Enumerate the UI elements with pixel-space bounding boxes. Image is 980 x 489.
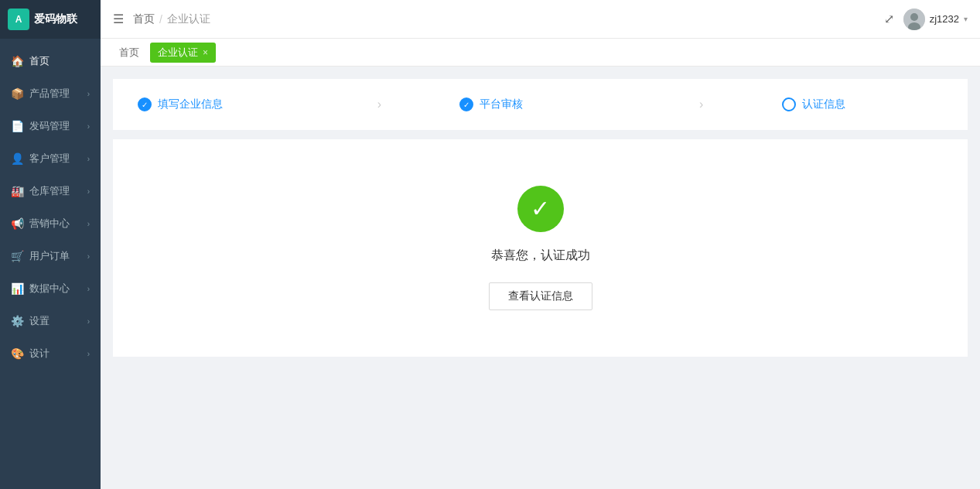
- steps-panel: ✓ 填写企业信息 › ✓ 平台审核 › 认证信息: [113, 79, 968, 130]
- sidebar-item-marketing[interactable]: 📢 营销中心 ›: [0, 207, 101, 240]
- step-fill-label: 填写企业信息: [158, 97, 223, 111]
- chevron-down-icon: ›: [87, 317, 90, 326]
- svg-point-1: [910, 13, 918, 21]
- settings-icon: ⚙️: [11, 315, 23, 327]
- customer-icon: 👤: [11, 152, 23, 165]
- tab-enterprise-cert[interactable]: 企业认证 ×: [150, 43, 216, 63]
- step-cert-label: 认证信息: [802, 97, 845, 111]
- sidebar-menu: 🏠 首页 📦 产品管理 › 📄 发码管理 › 👤 客户管理 › 🏭 仓库管理 ›…: [0, 39, 101, 489]
- step-review-label: 平台审核: [480, 97, 523, 111]
- sidebar-logo: A 爱码物联: [0, 0, 101, 39]
- chevron-down-icon: ›: [87, 90, 90, 98]
- user-menu[interactable]: zj1232 ▾: [903, 9, 968, 30]
- sidebar-item-label: 客户管理: [29, 152, 81, 166]
- tab-label: 企业认证: [158, 46, 198, 60]
- sidebar-item-label: 设计: [29, 347, 81, 361]
- checkmark-icon: ✓: [531, 197, 550, 221]
- sidebar-item-label: 产品管理: [29, 87, 81, 101]
- sidebar-item-label: 营销中心: [29, 217, 81, 231]
- chevron-down-icon: ›: [87, 285, 90, 293]
- tab-home[interactable]: 首页: [113, 46, 145, 60]
- tab-bar: 首页 企业认证 ×: [101, 39, 980, 67]
- sidebar-item-data[interactable]: 📊 数据中心 ›: [0, 272, 101, 305]
- sidebar-item-invoice[interactable]: 📄 发码管理 ›: [0, 110, 101, 142]
- step-cert: 认证信息: [782, 97, 943, 111]
- dropdown-arrow-icon: ▾: [964, 15, 968, 23]
- breadcrumb-current: 企业认证: [167, 12, 210, 26]
- breadcrumb: 首页 / 企业认证: [133, 12, 210, 26]
- step-divider-2: ›: [621, 97, 782, 111]
- sidebar-item-warehouse[interactable]: 🏭 仓库管理 ›: [0, 175, 101, 207]
- chevron-down-icon: ›: [87, 122, 90, 131]
- page-content: ✓ 填写企业信息 › ✓ 平台审核 › 认证信息: [101, 67, 980, 489]
- sidebar-item-home[interactable]: 🏠 首页: [0, 45, 101, 77]
- fullscreen-icon[interactable]: ⤢: [884, 12, 894, 26]
- sidebar-item-label: 用户订单: [29, 249, 81, 263]
- sidebar-item-label: 发码管理: [29, 119, 81, 133]
- step-fill-info: ✓ 填写企业信息: [138, 97, 223, 111]
- success-panel: ✓ 恭喜您，认证成功 查看认证信息: [113, 139, 968, 357]
- breadcrumb-home[interactable]: 首页: [133, 12, 155, 26]
- design-icon: 🎨: [11, 347, 23, 360]
- logo-text: 爱码物联: [34, 12, 77, 26]
- step-fill: ✓ 填写企业信息: [138, 97, 299, 111]
- home-icon: 🏠: [11, 55, 23, 67]
- sidebar-item-product[interactable]: 📦 产品管理 ›: [0, 77, 101, 110]
- avatar: [903, 9, 925, 30]
- warehouse-icon: 🏭: [11, 185, 23, 197]
- invoice-icon: 📄: [11, 120, 23, 132]
- step-cert-circle: [782, 97, 796, 111]
- sidebar-item-customer[interactable]: 👤 客户管理 ›: [0, 142, 101, 175]
- step-divider-1: ›: [299, 97, 459, 111]
- sidebar-item-design[interactable]: 🎨 设计 ›: [0, 337, 101, 370]
- tab-close-icon[interactable]: ×: [203, 47, 208, 58]
- step-review-info: ✓ 平台审核: [459, 97, 523, 111]
- content-area: 首页 企业认证 × ✓ 填写企业信息 ›: [101, 39, 980, 489]
- success-title: 恭喜您，认证成功: [491, 248, 590, 264]
- step-fill-circle: ✓: [138, 97, 152, 111]
- chevron-down-icon: ›: [87, 350, 90, 358]
- success-icon: ✓: [517, 186, 564, 232]
- step-review-circle: ✓: [459, 97, 473, 111]
- sidebar-item-settings[interactable]: ⚙️ 设置 ›: [0, 305, 101, 337]
- sidebar: A 爱码物联 🏠 首页 📦 产品管理 › 📄 发码管理 › 👤 客户管理 › 🏭…: [0, 0, 101, 489]
- sidebar-item-label: 仓库管理: [29, 184, 81, 198]
- chevron-down-icon: ›: [87, 155, 90, 163]
- main-content: ☰ 首页 / 企业认证 ⤢ zj1232 ▾: [101, 0, 980, 489]
- sidebar-item-label: 设置: [29, 314, 81, 328]
- product-icon: 📦: [11, 87, 23, 100]
- view-cert-button[interactable]: 查看认证信息: [489, 282, 592, 310]
- marketing-icon: 📢: [11, 217, 23, 230]
- topbar-right: ⤢ zj1232 ▾: [884, 9, 968, 30]
- step-cert-info: 认证信息: [782, 97, 845, 111]
- data-icon: 📊: [11, 282, 23, 295]
- sidebar-item-label: 数据中心: [29, 282, 81, 296]
- topbar: ☰ 首页 / 企业认证 ⤢ zj1232 ▾: [101, 0, 980, 39]
- sidebar-item-orders[interactable]: 🛒 用户订单 ›: [0, 240, 101, 272]
- menu-toggle-icon[interactable]: ☰: [113, 12, 124, 26]
- breadcrumb-separator: /: [159, 13, 162, 26]
- orders-icon: 🛒: [11, 250, 23, 262]
- user-name: zj1232: [930, 13, 959, 25]
- chevron-down-icon: ›: [87, 252, 90, 261]
- sidebar-item-label: 首页: [29, 54, 90, 68]
- logo-icon: A: [8, 9, 29, 30]
- step-review: ✓ 平台审核: [459, 97, 620, 111]
- chevron-down-icon: ›: [87, 187, 90, 196]
- chevron-down-icon: ›: [87, 220, 90, 228]
